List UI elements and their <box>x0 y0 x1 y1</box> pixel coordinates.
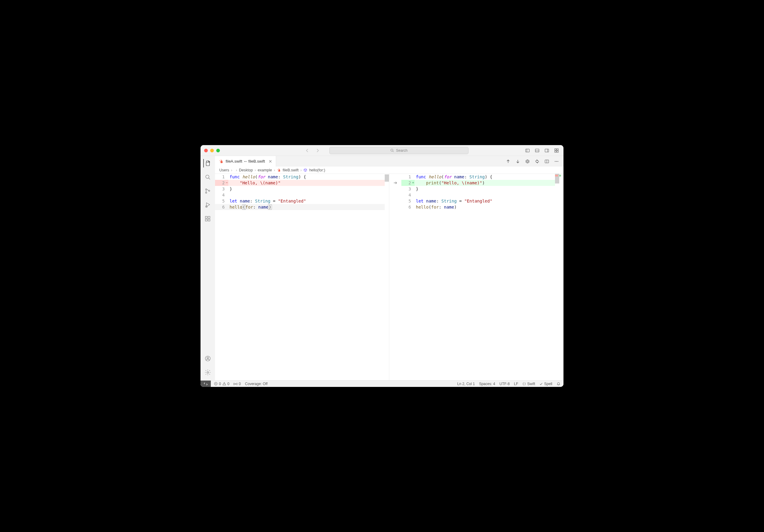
run-debug-activity[interactable] <box>204 201 212 209</box>
minimize-window-button[interactable] <box>210 149 214 152</box>
code-line[interactable]: 2+ print("Hello, \(name)") <box>401 180 555 186</box>
language-mode-status[interactable]: Swift <box>522 382 535 386</box>
code-line[interactable]: 6hello(for: name) <box>401 204 555 210</box>
diff-right-pane[interactable]: 1func hello(for name: String) {2+ print(… <box>401 174 563 380</box>
line-number: 2+ <box>401 180 415 186</box>
toggle-inline-view-button[interactable] <box>543 158 550 165</box>
more-actions-button[interactable] <box>553 158 560 165</box>
diff-left-pane[interactable]: 1func hello(for name: String) {2− "Hello… <box>215 174 389 380</box>
chevron-right-icon: › <box>274 168 275 172</box>
command-center-search[interactable]: Search <box>329 147 469 154</box>
remote-indicator[interactable] <box>201 381 211 387</box>
indentation-status[interactable]: Spaces: 4 <box>479 382 495 386</box>
editor-area: fileA.swift ↔ fileB.swift ✕ Users › › <box>215 156 563 380</box>
line-number: 1 <box>215 174 228 180</box>
encoding-status[interactable]: UTF-8 <box>499 382 510 386</box>
coverage-status[interactable]: Coverage: Off <box>245 382 268 386</box>
tab-close-button[interactable]: ✕ <box>269 159 272 164</box>
toggle-primary-sidebar-button[interactable] <box>524 147 531 154</box>
spell-check-status[interactable]: Spell <box>539 382 552 386</box>
close-window-button[interactable] <box>204 149 208 152</box>
overview-ruler-left[interactable] <box>385 174 389 380</box>
next-change-button[interactable] <box>514 158 521 165</box>
nav-forward-button[interactable] <box>314 147 321 154</box>
search-activity[interactable] <box>204 173 212 181</box>
check-icon <box>539 382 543 386</box>
line-number: 5 <box>401 198 415 204</box>
svg-rect-5 <box>557 149 558 150</box>
breadcrumb[interactable]: Users › › Desktop › example › fileB.swif… <box>215 167 563 174</box>
line-number: 2− <box>215 180 228 186</box>
svg-point-0 <box>391 149 393 151</box>
code-line[interactable]: 4 <box>401 192 555 198</box>
svg-point-22 <box>555 161 555 161</box>
editor-actions <box>505 156 563 167</box>
breadcrumb-item[interactable]: example <box>258 168 272 172</box>
code-line[interactable]: 2− "Hello, \(name)" <box>215 180 385 186</box>
swap-sides-button[interactable] <box>534 158 540 165</box>
code-line[interactable]: 4 <box>215 192 385 198</box>
line-number: 3 <box>401 186 415 192</box>
cursor-position-status[interactable]: Ln 2, Col 1 <box>457 382 475 386</box>
gutter-spacer <box>389 198 401 204</box>
extensions-activity[interactable] <box>204 214 212 223</box>
svg-point-11 <box>205 192 207 193</box>
customize-layout-button[interactable] <box>553 147 560 154</box>
zoom-window-button[interactable] <box>216 149 220 152</box>
nav-back-button[interactable] <box>304 147 310 154</box>
svg-point-24 <box>557 161 558 161</box>
code-line[interactable]: 5let name: String = "Entangled" <box>215 198 385 204</box>
toggle-secondary-sidebar-button[interactable] <box>543 147 550 154</box>
code-line[interactable]: 1func hello(for name: String) { <box>215 174 385 180</box>
symbol-method-icon <box>303 168 307 172</box>
code-content: "Hello, \(name)" <box>228 180 385 186</box>
toggle-whitespace-button[interactable] <box>524 158 531 165</box>
code-content: } <box>415 186 555 192</box>
swift-icon <box>219 159 223 164</box>
code-content: print("Hello, \(name)") <box>415 180 555 186</box>
warning-count: 0 <box>228 382 230 386</box>
titlebar: Search <box>201 145 563 156</box>
titlebar-layout-controls <box>524 147 560 154</box>
braces-icon <box>522 382 526 386</box>
settings-activity[interactable] <box>204 368 212 377</box>
problems-status[interactable]: 0 0 <box>214 382 229 386</box>
breadcrumb-item[interactable]: Users <box>219 168 229 172</box>
code-line[interactable]: 5let name: String = "Entangled" <box>401 198 555 204</box>
svg-point-9 <box>206 175 209 178</box>
svg-rect-17 <box>208 216 210 218</box>
chevron-right-icon: › <box>300 168 301 172</box>
svg-point-26 <box>235 384 236 384</box>
ports-status[interactable]: 0 <box>234 382 241 386</box>
explorer-activity[interactable] <box>203 159 212 168</box>
accounts-activity[interactable] <box>204 354 212 363</box>
diff-editor: 1func hello(for name: String) {2− "Hello… <box>215 174 563 380</box>
gutter-spacer <box>389 174 401 180</box>
overview-ruler-right[interactable] <box>555 174 563 380</box>
code-content: } <box>228 186 385 192</box>
editor-tab-diff[interactable]: fileA.swift ↔ fileB.swift ✕ <box>215 156 276 167</box>
code-line[interactable]: 1func hello(for name: String) { <box>401 174 555 180</box>
code-line[interactable]: 3} <box>215 186 385 192</box>
svg-point-20 <box>207 371 209 373</box>
code-line[interactable]: 6hello(for: name) <box>215 204 385 210</box>
code-content: func hello(for name: String) { <box>228 174 385 180</box>
prev-change-button[interactable] <box>505 158 511 165</box>
swift-icon <box>277 168 281 172</box>
code-content <box>228 192 385 198</box>
svg-point-23 <box>556 161 557 161</box>
code-line[interactable]: 3} <box>401 186 555 192</box>
toggle-panel-button[interactable] <box>534 147 540 154</box>
breadcrumb-item[interactable]: hello(for:) <box>309 168 325 172</box>
line-number: 4 <box>215 192 228 198</box>
eol-status[interactable]: LF <box>514 382 518 386</box>
code-content: func hello(for name: String) { <box>415 174 555 180</box>
line-number: 4 <box>401 192 415 198</box>
apply-change-button[interactable] <box>389 180 401 186</box>
breadcrumb-item[interactable]: fileB.swift <box>283 168 298 172</box>
breadcrumb-item[interactable]: Desktop <box>239 168 253 172</box>
bell-icon <box>556 382 560 386</box>
source-control-activity[interactable] <box>204 187 212 195</box>
svg-point-12 <box>208 190 210 191</box>
notifications-button[interactable] <box>556 382 560 386</box>
